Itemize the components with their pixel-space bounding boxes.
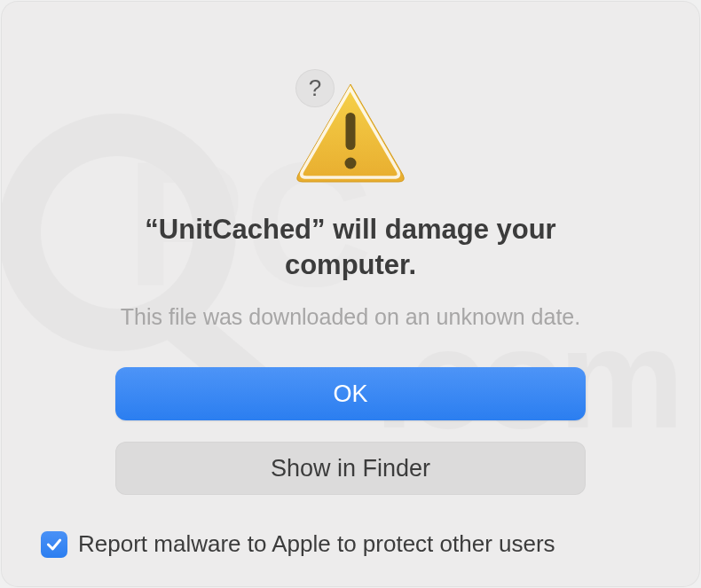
show-in-finder-button[interactable]: Show in Finder: [115, 442, 586, 495]
svg-point-5: [345, 157, 357, 169]
dialog-subtitle: This file was downloaded on an unknown d…: [121, 304, 580, 330]
dialog-title: “UnitCached” will damage your computer.: [102, 212, 599, 284]
warning-icon: [293, 79, 408, 187]
report-checkbox[interactable]: [41, 531, 67, 558]
checkmark-icon: [45, 536, 63, 553]
alert-dialog: .com PC ? “UnitCached” will damage your …: [2, 2, 699, 586]
svg-rect-4: [346, 113, 356, 150]
ok-button[interactable]: OK: [115, 367, 586, 420]
report-checkbox-row: Report malware to Apple to protect other…: [41, 530, 555, 558]
report-checkbox-label: Report malware to Apple to protect other…: [78, 530, 555, 558]
